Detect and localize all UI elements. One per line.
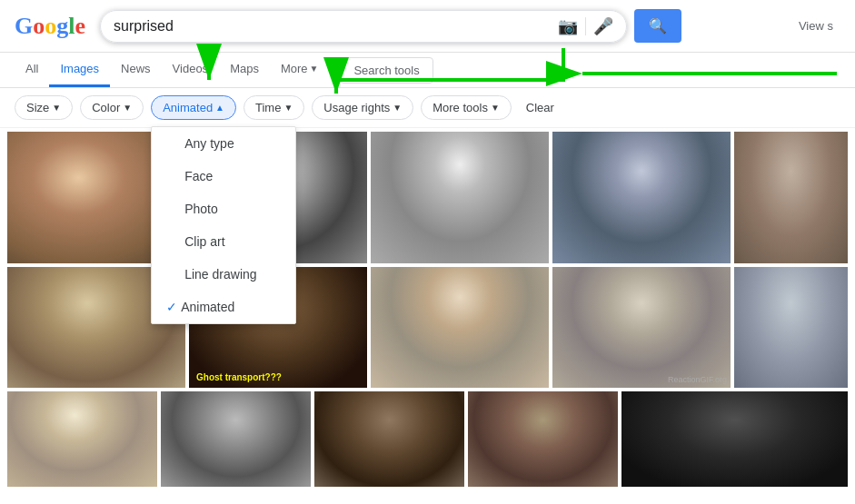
tab-more[interactable]: More ▼ — [270, 53, 330, 87]
size-chevron-icon: ▼ — [52, 103, 61, 113]
gif-label2: ReactionGIF.org — [668, 375, 727, 384]
color-filter[interactable]: Color ▼ — [80, 95, 144, 120]
more-tools-filter[interactable]: More tools ▼ — [421, 95, 512, 120]
header: G o o g l e surprised 📷 🎤 🔍 View s — [0, 0, 855, 53]
list-item[interactable] — [371, 132, 549, 263]
list-item[interactable] — [468, 391, 618, 487]
animated-filter[interactable]: Animated ▲ — [151, 95, 236, 120]
search-tools-button[interactable]: Search tools — [340, 57, 432, 84]
size-filter[interactable]: Size ▼ — [15, 95, 73, 120]
list-item[interactable] — [734, 132, 848, 263]
mic-icon[interactable]: 🎤 — [593, 16, 613, 36]
google-logo: G o o g l e — [15, 13, 85, 40]
list-item[interactable] — [552, 132, 731, 263]
image-row-3 — [7, 391, 848, 487]
tab-maps[interactable]: Maps — [219, 53, 270, 87]
more-chevron-icon: ▼ — [310, 64, 319, 74]
tab-images[interactable]: Images — [49, 53, 110, 87]
divider — [585, 17, 586, 35]
image-row-1 — [7, 132, 848, 263]
clear-button[interactable]: Clear — [519, 96, 562, 119]
animated-chevron-icon: ▲ — [215, 103, 224, 113]
search-button[interactable]: 🔍 — [634, 9, 681, 43]
check-icon: ✓ — [166, 300, 177, 314]
usage-rights-filter[interactable]: Usage rights ▼ — [312, 95, 413, 120]
dropdown-item-photo[interactable]: Photo — [152, 193, 295, 225]
view-s-label: View s — [799, 19, 840, 33]
animated-dropdown-container: Animated ▲ Any type Face Photo Clip art … — [151, 95, 236, 120]
search-icon: 🔍 — [649, 18, 667, 34]
time-filter[interactable]: Time ▼ — [244, 95, 304, 120]
list-item[interactable] — [161, 391, 311, 487]
image-grid: Ghost transport??? ReactionGIF.org — [0, 128, 855, 490]
color-chevron-icon: ▼ — [123, 103, 132, 113]
tab-videos[interactable]: Videos — [162, 53, 220, 87]
list-item[interactable]: ReactionGIF.org — [552, 267, 731, 388]
search-bar: surprised 📷 🎤 — [100, 10, 627, 43]
search-input[interactable]: surprised — [114, 18, 551, 35]
list-item[interactable] — [7, 391, 157, 487]
dropdown-item-clipart[interactable]: Clip art — [152, 225, 295, 258]
list-item[interactable] — [621, 391, 848, 487]
nav-tabs: All Images News Videos Maps More ▼ Searc… — [0, 53, 855, 88]
time-chevron-icon: ▼ — [283, 103, 293, 113]
gif-label: Ghost transport??? — [196, 372, 282, 382]
more-tools-chevron-icon: ▼ — [491, 103, 500, 113]
filter-bar: Size ▼ Color ▼ Animated ▲ Any type Face … — [0, 88, 855, 128]
usage-chevron-icon: ▼ — [393, 103, 402, 113]
dropdown-item-animated[interactable]: ✓ Animated — [152, 291, 295, 323]
tab-all[interactable]: All — [15, 53, 49, 87]
list-item[interactable] — [314, 391, 464, 487]
dropdown-item-face[interactable]: Face — [152, 160, 295, 193]
search-icons: 📷 🎤 — [558, 16, 613, 36]
dropdown-item-linedrawing[interactable]: Line drawing — [152, 258, 295, 291]
animated-dropdown-menu: Any type Face Photo Clip art Line drawin… — [151, 126, 296, 324]
list-item[interactable] — [734, 267, 848, 388]
camera-icon[interactable]: 📷 — [558, 16, 578, 36]
list-item[interactable] — [371, 267, 549, 388]
dropdown-item-anytype[interactable]: Any type — [152, 127, 295, 160]
image-row-2: Ghost transport??? ReactionGIF.org — [7, 267, 848, 388]
tab-news[interactable]: News — [110, 53, 162, 87]
